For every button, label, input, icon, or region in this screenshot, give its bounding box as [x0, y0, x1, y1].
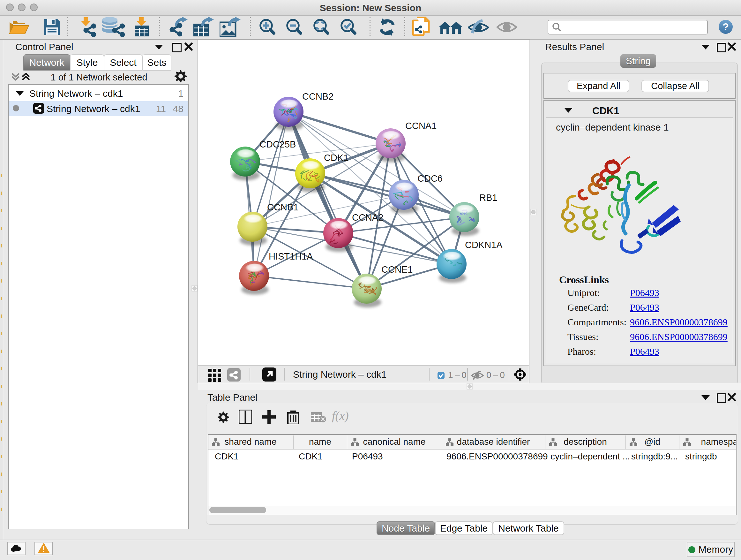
svg-text:CDC6: CDC6	[417, 173, 443, 184]
svg-text:HIST1H1A: HIST1H1A	[269, 251, 313, 261]
svg-text:CCNA1: CCNA1	[405, 121, 436, 131]
svg-text:CDC25B: CDC25B	[259, 139, 296, 149]
svg-text:CCNB2: CCNB2	[302, 91, 333, 102]
svg-text:CDKN1A: CDKN1A	[465, 240, 502, 250]
svg-text:CCNB1: CCNB1	[267, 202, 298, 212]
svg-text:RB1: RB1	[479, 192, 497, 203]
svg-text:CDK1: CDK1	[324, 152, 348, 163]
svg-text:CCNE1: CCNE1	[381, 264, 413, 274]
svg-text:CCNA2: CCNA2	[352, 212, 383, 223]
